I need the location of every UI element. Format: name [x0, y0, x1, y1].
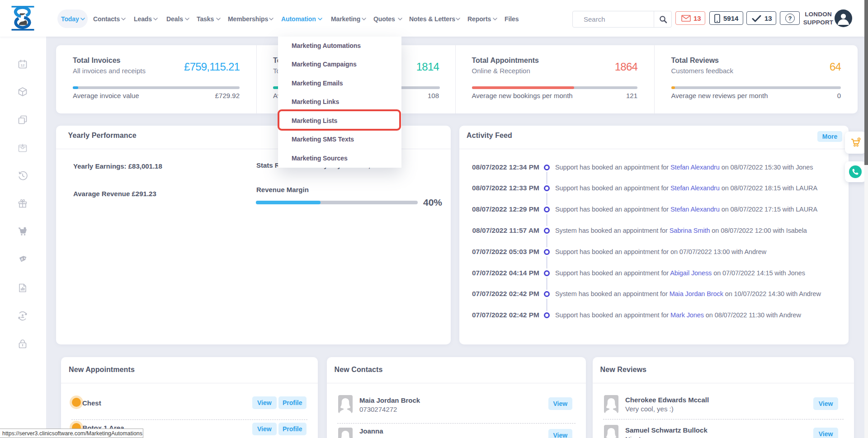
- svg-text:12: 12: [21, 63, 25, 67]
